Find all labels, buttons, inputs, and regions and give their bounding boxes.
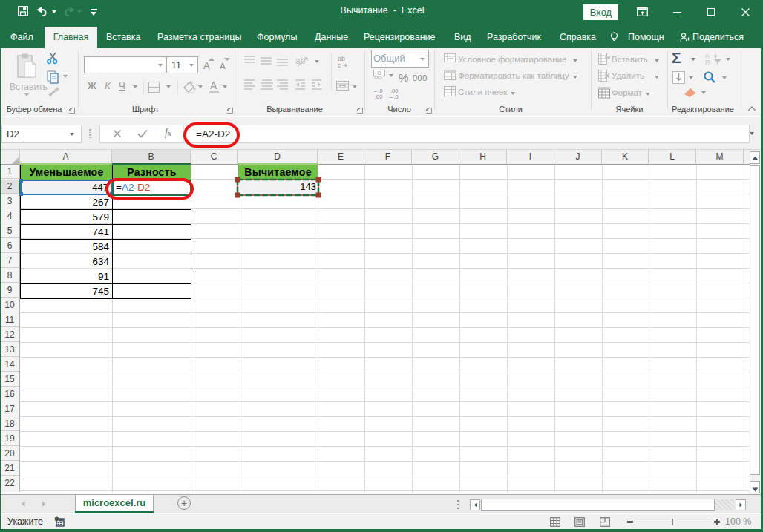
svg-text:c: c [338,62,341,68]
svg-text:Я: Я [705,59,710,65]
svg-text:→,0: →,0 [388,93,399,99]
svg-text:,00: ,00 [375,93,382,99]
